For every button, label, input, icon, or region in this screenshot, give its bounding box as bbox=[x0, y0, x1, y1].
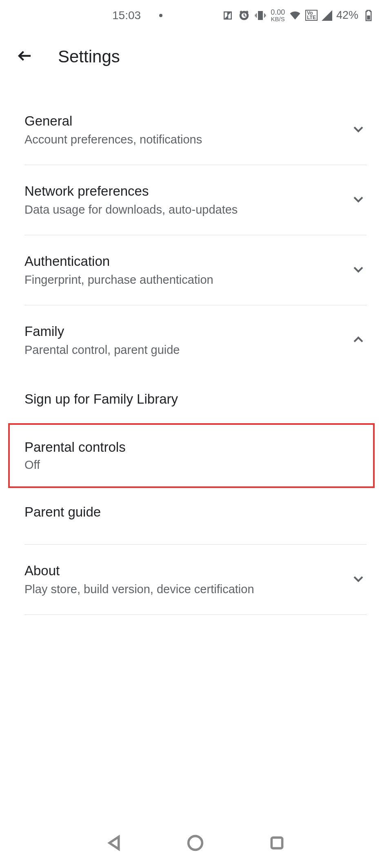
parental-controls-status: Off bbox=[24, 458, 367, 472]
back-button[interactable] bbox=[16, 47, 33, 66]
nav-recent-button[interactable] bbox=[268, 834, 286, 854]
section-about-title: About bbox=[24, 563, 254, 579]
section-about-subtitle: Play store, build version, device certif… bbox=[24, 583, 254, 596]
section-about[interactable]: About Play store, build version, device … bbox=[24, 545, 367, 615]
nav-back-button[interactable] bbox=[105, 834, 123, 854]
vibrate-icon bbox=[254, 9, 267, 22]
alarm-icon bbox=[238, 9, 250, 22]
status-dot-icon bbox=[159, 14, 162, 17]
data-rate-indicator: 0.00 KB/S bbox=[271, 9, 285, 22]
nav-bar bbox=[0, 819, 391, 868]
section-authentication-subtitle: Fingerprint, purchase authentication bbox=[24, 273, 213, 287]
svg-point-1 bbox=[189, 836, 202, 850]
section-family-title: Family bbox=[24, 324, 180, 339]
wifi-icon bbox=[289, 9, 301, 22]
svg-rect-0 bbox=[367, 15, 370, 20]
section-family-subtitle: Parental control, parent guide bbox=[24, 343, 180, 357]
parental-controls-title: Parental controls bbox=[24, 440, 367, 455]
status-time: 15:03 bbox=[112, 9, 141, 22]
chevron-down-icon bbox=[350, 261, 367, 279]
battery-icon bbox=[362, 9, 375, 22]
section-general[interactable]: General Account preferences, notificatio… bbox=[24, 95, 367, 165]
section-family[interactable]: Family Parental control, parent guide bbox=[24, 305, 367, 375]
parental-controls-item[interactable]: Parental controls Off bbox=[24, 423, 367, 488]
app-header: Settings bbox=[0, 31, 391, 95]
highlight-box bbox=[8, 423, 375, 488]
parent-guide-item[interactable]: Parent guide bbox=[24, 488, 367, 545]
section-network-subtitle: Data usage for downloads, auto-updates bbox=[24, 203, 238, 216]
page-title: Settings bbox=[58, 47, 120, 66]
status-bar: 15:03 0.00 KB/S Vo LTE 42% bbox=[0, 0, 391, 31]
family-signup-label: Sign up for Family Library bbox=[24, 391, 367, 407]
section-authentication[interactable]: Authentication Fingerprint, purchase aut… bbox=[24, 235, 367, 305]
section-general-subtitle: Account preferences, notifications bbox=[24, 133, 202, 146]
volte-icon: Vo LTE bbox=[305, 10, 318, 21]
nfc-icon bbox=[222, 9, 234, 22]
parent-guide-label: Parent guide bbox=[24, 504, 367, 520]
section-authentication-title: Authentication bbox=[24, 254, 213, 269]
chevron-down-icon bbox=[350, 191, 367, 209]
chevron-down-icon bbox=[350, 121, 367, 139]
family-signup-item[interactable]: Sign up for Family Library bbox=[24, 375, 367, 423]
battery-percentage: 42% bbox=[336, 9, 358, 22]
signal-icon bbox=[322, 10, 332, 21]
chevron-up-icon bbox=[350, 331, 367, 349]
section-network[interactable]: Network preferences Data usage for downl… bbox=[24, 165, 367, 235]
chevron-down-icon bbox=[350, 571, 367, 589]
section-network-title: Network preferences bbox=[24, 183, 238, 199]
nav-home-button[interactable] bbox=[186, 834, 204, 854]
section-general-title: General bbox=[24, 113, 202, 129]
status-icons: 0.00 KB/S Vo LTE 42% bbox=[222, 9, 375, 22]
svg-rect-2 bbox=[271, 837, 282, 848]
